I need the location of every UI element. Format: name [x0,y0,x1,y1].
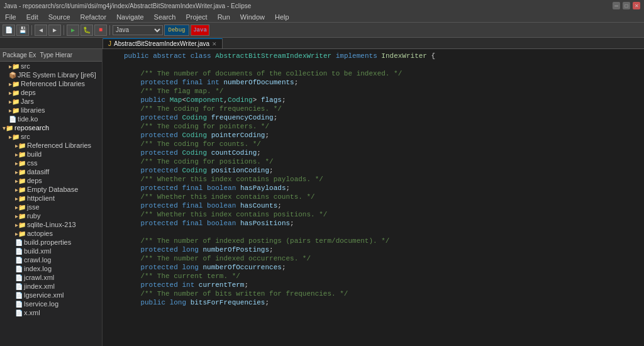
debug-perspective[interactable]: Debug [164,25,189,36]
sidebar-item-jars[interactable]: ▸📁 Jars [0,97,102,106]
tab-close-button[interactable]: ✕ [212,41,217,47]
sidebar-item-buildprops[interactable]: 📄 build.properties [0,238,102,247]
code-line: protected Coding frequencyCoding; [103,113,644,122]
folder-icon: ▸📁 [9,81,19,87]
minimize-button[interactable]: ─ [613,2,620,9]
debug-button[interactable]: 🐛 [80,25,93,36]
type-hierarchy-label: Type Hierar [40,52,72,59]
code-line: public abstract class AbstractBitStreamI… [103,52,644,60]
code-line: /** Whether this index contains payloads… [103,175,644,184]
sidebar-item-httpclient[interactable]: ▸📁 httpclient [0,194,102,203]
sidebar-item-xxm[interactable]: 📄 x.xml [0,308,102,317]
sidebar-item-reflibs2[interactable]: ▸📁 Referenced Libraries [0,141,102,150]
sidebar-item-jre[interactable]: 📦 JRE System Library [jre6] [0,70,102,79]
sidebar-item-reposearch[interactable]: ▾📁 reposearch [0,123,102,132]
java-perspective[interactable]: Java [191,25,209,36]
sidebar-item-sqlite[interactable]: ▸📁 sqlite-Linux-213 [0,220,102,229]
sidebar-item-label: jcrawl.xml [24,274,54,281]
back-button[interactable]: ◀ [35,25,47,36]
sidebar-item-buildxml[interactable]: 📄 build.xml [0,247,102,255]
toolbar-sep3 [109,25,110,35]
sidebar-item-deps2[interactable]: ▸📁 deps [0,176,102,185]
menu-search[interactable]: Search [149,11,181,22]
sidebar-item-src1[interactable]: ▸📁 src [0,62,102,70]
file-icon: 📄 [15,265,23,272]
sidebar-item-actopies[interactable]: ▸📁 actopies [0,229,102,238]
editor-tab-abstract[interactable]: J AbstractBitStreamIndexWriter.java ✕ [103,38,223,48]
menu-file[interactable]: File [0,11,21,22]
sidebar-item-label: lgservice.xml [24,291,64,299]
maximize-button[interactable]: □ [623,2,630,9]
sidebar-item-label: Jars [21,98,34,105]
sidebar-item-build[interactable]: ▸📁 build [0,150,102,159]
new-button[interactable]: 📄 [3,25,15,36]
menu-window[interactable]: Window [235,11,270,22]
run-button[interactable]: ▶ [67,25,79,36]
menu-project[interactable]: Project [180,11,212,22]
menu-edit[interactable]: Edit [21,11,43,22]
sidebar-item-reflibs1[interactable]: ▸📁 Referenced Libraries [0,79,102,88]
stop-button[interactable]: ■ [94,25,107,36]
sidebar-item-ruby[interactable]: ▸📁 ruby [0,211,102,220]
editor-tabs: J AbstractBitStreamIndexWriter.java ✕ [0,38,644,49]
code-line: protected long numberOfOccurrences; [103,263,644,272]
perspective-combo[interactable]: Debug Java [113,25,163,35]
folder-icon: ▸📁 [15,142,26,149]
code-editor: public abstract class AbstractBitStreamI… [103,49,644,346]
sidebar-item-jcrawlxml[interactable]: 📄 jcrawl.xml [0,273,102,282]
folder-icon: ▸📁 [9,98,19,105]
sidebar-item-emptydb[interactable]: ▸📁 Empty Database [0,185,102,194]
folder-icon: ▸📁 [15,213,26,220]
menu-source[interactable]: Source [43,11,75,22]
forward-button[interactable]: ▶ [48,25,61,36]
sidebar-item-deps1[interactable]: ▸📁 deps [0,88,102,97]
sidebar-item-crawllog[interactable]: 📄 crawl.log [0,255,102,264]
sidebar-item-label: deps [21,89,36,96]
sidebar-item-indexlog[interactable]: 📄 index.log [0,264,102,273]
code-line: public long bitsForFrequencies; [103,298,644,307]
code-line: /** The coding for counts. */ [103,140,644,148]
sidebar-item-jsse[interactable]: ▸📁 jsse [0,203,102,211]
code-line [103,228,644,237]
sidebar-item-jindexxml[interactable]: 📄 jindex.xml [0,282,102,291]
code-line: /** The number of indexed occurrences. *… [103,254,644,263]
file-icon: 📄 [15,301,23,308]
sidebar-item-tideko[interactable]: 📄 tide.ko [0,114,102,123]
folder-icon: ▸📁 [15,151,26,158]
sidebar-item-libraries[interactable]: ▸📁 libraries [0,106,102,114]
save-button[interactable]: 💾 [16,25,29,36]
sidebar-item-label: actopies [27,230,53,237]
folder-icon: ▸📁 [9,89,19,96]
sidebar-item-label: css [27,159,38,167]
package-explorer-label: Package Ex [3,52,36,59]
sidebar-item-lservice[interactable]: 📄 lservice.log [0,299,102,308]
menu-help[interactable]: Help [270,11,294,22]
code-line: protected Coding positionCoding; [103,166,644,175]
file-icon: 📄 [15,257,23,264]
sidebar-item-src2[interactable]: ▸📁 src [0,132,102,141]
file-icon: 📄 [15,292,23,299]
menu-navigate[interactable]: Navigate [111,11,148,22]
toolbar: 📄 💾 ◀ ▶ ▶ 🐛 ■ Debug Java Debug Java [0,23,644,38]
sidebar-item-label: src [21,62,30,70]
editor-tab-label: AbstractBitStreamIndexWriter.java [114,40,209,47]
toolbar-sep1 [31,25,32,35]
sidebar-item-datasiff[interactable]: ▸📁 datasiff [0,167,102,176]
code-line [103,60,644,69]
file-icon: 📄 [15,239,23,246]
close-button[interactable]: ✕ [633,2,640,9]
menu-run[interactable]: Run [213,11,235,22]
folder-icon: ▸📁 [15,221,26,228]
file-icon: 📄 [15,310,23,316]
code-line: /** Whether this index contains position… [103,210,644,219]
sidebar-item-lgservice[interactable]: 📄 lgservice.xml [0,291,102,299]
folder-icon: ▸📁 [9,133,19,140]
menu-refactor[interactable]: Refactor [75,11,112,22]
code-area[interactable]: public abstract class AbstractBitStreamI… [103,49,644,346]
sidebar-item-css[interactable]: ▸📁 css [0,159,102,167]
menubar: File Edit Source Refactor Navigate Searc… [0,11,644,23]
editor-tab-icon: J [108,40,111,47]
toolbar-sep2 [64,25,64,35]
sidebar-item-label: httpclient [27,194,55,202]
code-line: /** The number of documents of the colle… [103,69,644,78]
